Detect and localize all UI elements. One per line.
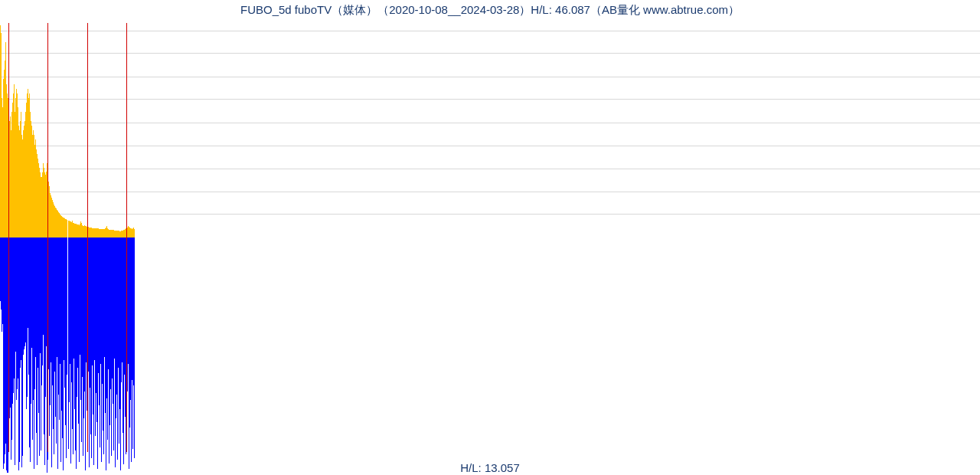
lower-chart-label: H/L: 13.057 [0, 461, 980, 474]
red-marker [47, 23, 48, 452]
lower-bar [134, 238, 135, 458]
upper-chart-panel [0, 23, 980, 238]
upper-bar [134, 229, 135, 238]
red-marker [8, 23, 9, 452]
lower-chart-panel [0, 238, 980, 475]
red-marker [126, 23, 127, 452]
red-marker [87, 23, 88, 452]
chart-container [0, 0, 980, 475]
